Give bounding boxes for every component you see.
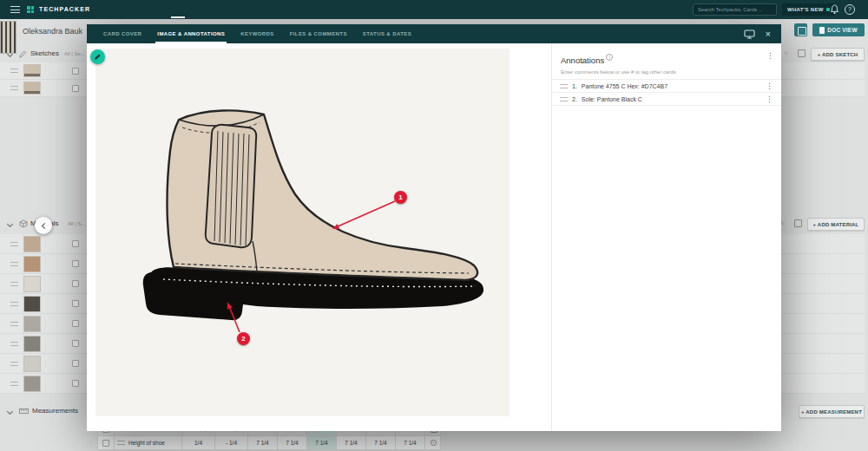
drag-handle-icon[interactable] <box>10 382 18 386</box>
annotation-number: 1. <box>572 83 577 89</box>
material-thumbnail[interactable] <box>23 236 41 252</box>
gear-icon[interactable] <box>431 440 437 446</box>
drag-handle-icon[interactable] <box>10 242 18 246</box>
material-thumbnail[interactable] <box>23 296 41 312</box>
size-value[interactable]: 7 1/4 <box>365 436 395 449</box>
annotation-number: 2. <box>572 96 577 102</box>
row-checkbox[interactable] <box>72 300 79 307</box>
sort-icon[interactable]: ↑↓ <box>784 50 787 56</box>
size-value[interactable]: 7 1/4 <box>247 436 277 449</box>
tol-minus-value[interactable]: - 1/4 <box>214 436 247 449</box>
chevron-down-icon[interactable] <box>7 221 13 227</box>
annotation-marker-2[interactable]: 2 <box>237 332 250 345</box>
row-checkbox[interactable] <box>72 280 79 287</box>
annotation-list-item[interactable]: 1. Pantone 4755 C Hex: #D7C4B7 ⋮ <box>552 80 781 93</box>
sketch-thumbnail[interactable] <box>23 64 41 77</box>
annotations-subtitle: Enter comments below or use # to tag oth… <box>561 69 773 75</box>
help-icon[interactable]: ? <box>845 4 855 15</box>
drag-handle-icon[interactable] <box>10 322 18 326</box>
annotations-panel-header: Annotationsi ⋮ Enter comments below or u… <box>552 43 781 80</box>
page-title: Oleksandra Bauk <box>23 27 82 36</box>
measurement-name: Height of shoe <box>128 440 165 446</box>
tab-keywords[interactable]: KEYWORDS <box>233 24 282 43</box>
ruler-icon <box>19 408 29 415</box>
material-thumbnail[interactable] <box>23 276 41 292</box>
techpacker-logo-icon[interactable] <box>27 6 34 13</box>
drag-handle-icon[interactable] <box>560 97 568 101</box>
row-checkbox[interactable] <box>72 68 79 75</box>
drag-handle-icon[interactable] <box>10 302 18 306</box>
pencil-icon <box>94 53 102 61</box>
tab-status-dates[interactable]: STATUS & DATES <box>355 24 419 43</box>
whats-new-button[interactable]: WHAT'S NEW <box>782 3 835 16</box>
tab-image-annotations[interactable]: IMAGE & ANNOTATIONS <box>149 24 233 43</box>
modal-header: CARD COVER IMAGE & ANNOTATIONS KEYWORDS … <box>87 24 781 43</box>
annotation-canvas[interactable]: 1 2 <box>95 49 510 416</box>
sketch-thumbnail[interactable] <box>23 82 41 95</box>
annotation-marker-1[interactable]: 1 <box>394 191 407 204</box>
card-detail-modal: CARD COVER IMAGE & ANNOTATIONS KEYWORDS … <box>87 24 781 431</box>
collapse-panel-button[interactable] <box>35 217 52 234</box>
annotations-panel: Annotationsi ⋮ Enter comments below or u… <box>551 43 781 431</box>
annotation-text: Pantone 4755 C Hex: #D7C4B7 <box>582 83 761 89</box>
kebab-menu-icon[interactable]: ⋮ <box>766 95 773 103</box>
material-thumbnail[interactable] <box>23 376 41 392</box>
size-value[interactable]: 7 1/4 <box>395 436 424 449</box>
drag-handle-icon[interactable] <box>10 282 18 286</box>
tab-card-cover[interactable]: CARD COVER <box>95 24 149 43</box>
drag-handle-icon[interactable] <box>560 84 568 88</box>
tab-files-comments[interactable]: FILES & COMMENTS <box>282 24 355 43</box>
materials-filter[interactable]: All | S... <box>68 221 86 226</box>
doc-view-button[interactable]: DOC VIEW <box>812 23 865 36</box>
row-checkbox[interactable] <box>72 320 79 327</box>
row-checkbox[interactable] <box>72 85 79 92</box>
row-checkbox[interactable] <box>72 360 79 367</box>
drag-handle-icon[interactable] <box>10 262 18 266</box>
sketches-filter[interactable]: All | Se... <box>64 51 85 56</box>
table-row[interactable]: Height of shoe 1/4 - 1/4 7 1/4 7 1/4 7 1… <box>97 436 441 450</box>
boot-sketch-image <box>95 49 510 416</box>
layout-toggle-icon[interactable] <box>798 49 806 57</box>
drag-handle-icon[interactable] <box>10 86 18 90</box>
drag-handle-icon[interactable] <box>10 342 18 346</box>
drag-handle-icon[interactable] <box>10 362 18 366</box>
annotations-title: Annotations <box>561 56 604 65</box>
material-thumbnail[interactable] <box>23 256 41 272</box>
row-checkbox[interactable] <box>72 340 79 347</box>
global-search-input[interactable] <box>693 3 777 16</box>
tol-plus-value[interactable]: 1/4 <box>181 436 214 449</box>
row-checkbox[interactable] <box>72 260 79 267</box>
active-underline <box>171 16 185 18</box>
add-material-button[interactable]: + ADD MATERIAL <box>807 218 865 231</box>
layout-toggle-icon[interactable] <box>794 219 802 227</box>
row-checkbox[interactable] <box>102 440 109 447</box>
drag-handle-icon[interactable] <box>10 69 18 73</box>
chevron-down-icon[interactable] <box>7 409 13 415</box>
material-thumbnail[interactable] <box>23 356 41 372</box>
size-value[interactable]: 7 1/4 <box>336 436 365 449</box>
size-value[interactable]: 7 1/4 <box>277 436 306 449</box>
drag-handle-icon[interactable] <box>117 441 125 445</box>
chevron-down-icon[interactable] <box>7 51 13 57</box>
hamburger-menu-icon[interactable] <box>10 6 20 13</box>
document-icon <box>819 27 825 34</box>
material-cube-icon <box>19 219 28 228</box>
material-thumbnail[interactable] <box>23 316 41 332</box>
pencil-icon <box>19 50 27 58</box>
row-checkbox[interactable] <box>72 240 79 247</box>
row-checkbox[interactable] <box>72 380 79 387</box>
annotation-list-item[interactable]: 2. Sole: Pantone Black C ⋮ <box>552 93 781 106</box>
kebab-menu-icon[interactable]: ⋮ <box>766 52 774 60</box>
close-icon[interactable]: × <box>766 29 771 39</box>
monitor-icon[interactable] <box>744 29 755 39</box>
grid-view-icon[interactable] <box>794 23 807 36</box>
add-measurement-button[interactable]: + ADD MEASUREMENT <box>799 405 865 418</box>
kebab-menu-icon[interactable]: ⋮ <box>766 82 773 90</box>
size-value-highlighted[interactable]: 7 1/4 <box>306 436 336 449</box>
notifications-bell-icon[interactable] <box>830 4 839 15</box>
material-thumbnail[interactable] <box>23 336 41 352</box>
info-icon[interactable]: i <box>606 54 613 61</box>
edit-annotation-button[interactable] <box>90 49 105 64</box>
annotation-text: Sole: Pantone Black C <box>582 96 761 102</box>
add-sketch-button[interactable]: + ADD SKETCH <box>811 48 865 61</box>
